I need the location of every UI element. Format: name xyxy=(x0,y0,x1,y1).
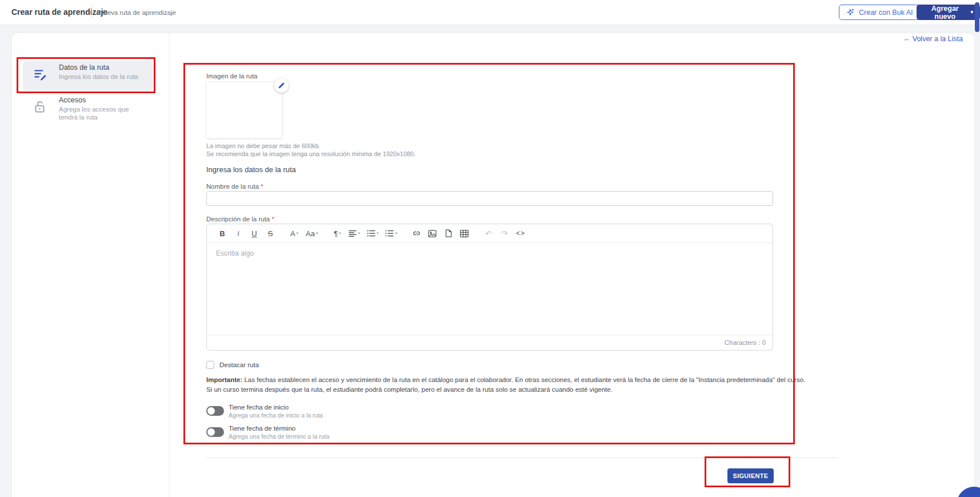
editor-placeholder: Escriba algo xyxy=(216,249,254,257)
image-button[interactable] xyxy=(426,226,439,240)
edit-list-icon xyxy=(33,67,47,82)
sidebar-item-subtitle: Ingresa los datos de la ruta xyxy=(59,73,138,81)
siguiente-button[interactable]: SIGUIENTE xyxy=(727,468,774,483)
unlock-icon xyxy=(33,100,47,114)
highlight-route-checkbox-row[interactable]: Destacar ruta xyxy=(206,361,259,369)
sidebar-divider xyxy=(169,33,170,497)
checkbox-icon[interactable] xyxy=(206,361,214,369)
link-button[interactable] xyxy=(410,226,423,240)
section-heading: Ingresa los datos de la ruta xyxy=(206,165,296,174)
undo-button[interactable]: ↶ xyxy=(482,226,495,240)
description-editor: B i U S A▾ Aa▾ ¶▾ ▾ ▾ ▾ xyxy=(206,224,773,351)
route-name-input[interactable] xyxy=(206,191,773,206)
top-bar: Crear ruta de aprendizaje Nueva ruta de … xyxy=(0,0,980,25)
add-new-label: Agregar nuevo xyxy=(923,5,966,21)
sparkle-icon xyxy=(846,8,855,17)
back-to-list-link[interactable]: ← Volver a la Lista xyxy=(900,35,963,43)
paragraph-style-button[interactable]: ¶▾ xyxy=(331,226,343,240)
toggle-knob xyxy=(207,428,215,436)
align-button[interactable]: ▾ xyxy=(347,226,362,240)
strikethrough-button[interactable]: S xyxy=(264,226,277,240)
breadcrumb: Nueva ruta de aprendizaje xyxy=(99,9,176,16)
arrow-left-icon: ← xyxy=(903,35,911,43)
create-with-buk-ai-label: Crear con Buk AI xyxy=(859,9,913,17)
font-size-button[interactable]: Aa▾ xyxy=(304,226,319,240)
ordered-list-button[interactable]: ▾ xyxy=(365,226,381,240)
importante-line2: Si un curso termina después que la ruta,… xyxy=(206,385,805,395)
toggle-off-icon[interactable] xyxy=(206,406,224,416)
start-date-toggle-label: Tiene fecha de inicio xyxy=(229,404,289,411)
toggle-off-icon[interactable] xyxy=(206,427,224,437)
start-date-toggle-subtitle: Agrega una fecha de inicio a la ruta xyxy=(229,412,323,419)
add-new-button[interactable]: Agregar nuevo ▾ xyxy=(917,5,980,20)
chevron-down-icon: ▾ xyxy=(970,10,973,15)
character-count: Characters : 0 xyxy=(725,339,766,346)
toggle-knob xyxy=(207,407,215,415)
editor-content-area[interactable] xyxy=(207,243,773,332)
scrollbar-thumb[interactable] xyxy=(975,2,979,32)
end-date-toggle-subtitle: Agrega una fecha de término a la ruta xyxy=(229,433,329,440)
title-divider xyxy=(91,6,92,18)
name-label: Nombre de la ruta * xyxy=(206,183,263,190)
pencil-icon xyxy=(278,82,285,89)
sidebar-item-accesos[interactable]: Accesos xyxy=(59,96,86,104)
bullet-list-button[interactable]: ▾ xyxy=(383,226,399,240)
italic-button[interactable]: i xyxy=(232,226,245,240)
sidebar-item-title[interactable]: Datos de la ruta xyxy=(59,63,109,71)
image-label: Imagen de la ruta xyxy=(206,73,258,79)
editor-toolbar: B i U S A▾ Aa▾ ¶▾ ▾ ▾ ▾ xyxy=(207,224,773,243)
file-button[interactable] xyxy=(442,226,455,240)
code-view-button[interactable]: <> xyxy=(514,226,527,240)
back-to-list-label: Volver a la Lista xyxy=(913,35,963,43)
scrollbar-track[interactable] xyxy=(974,0,980,497)
importante-line1: Las fechas establecen el acceso y vencim… xyxy=(242,376,805,383)
bold-button[interactable]: B xyxy=(216,226,229,240)
image-help-text: La imagen no debe pesar más de 600kb. xyxy=(206,142,321,149)
required-asterisk: * xyxy=(271,216,274,222)
footer-divider xyxy=(206,458,838,458)
required-asterisk: * xyxy=(261,183,263,190)
create-with-buk-ai-button[interactable]: Crear con Buk AI xyxy=(839,5,921,20)
page-title: Crear ruta de aprendizaje xyxy=(11,7,107,17)
image-help-text: Se recomienda que la imagen tenga una re… xyxy=(206,150,415,157)
underline-button[interactable]: U xyxy=(248,226,261,240)
editor-footer: Characters : 0 xyxy=(207,335,773,350)
importante-bold: Importante: xyxy=(206,376,242,383)
edit-image-button[interactable] xyxy=(274,78,289,93)
redo-button[interactable]: ↷ xyxy=(498,226,511,240)
page: Crear ruta de aprendizaje Nueva ruta de … xyxy=(0,0,980,497)
end-date-toggle-label: Tiene fecha de término xyxy=(229,425,295,432)
description-label: Descripción de la ruta * xyxy=(206,216,274,222)
highlight-route-label: Destacar ruta xyxy=(219,361,259,368)
font-color-button[interactable]: A▾ xyxy=(288,226,301,240)
image-upload-box[interactable] xyxy=(206,82,282,138)
sidebar-item-subtitle: Agrega los accesos que tendrá la ruta xyxy=(59,105,145,121)
table-button[interactable] xyxy=(458,226,471,240)
importante-note: Importante: Las fechas establecen el acc… xyxy=(206,375,805,395)
